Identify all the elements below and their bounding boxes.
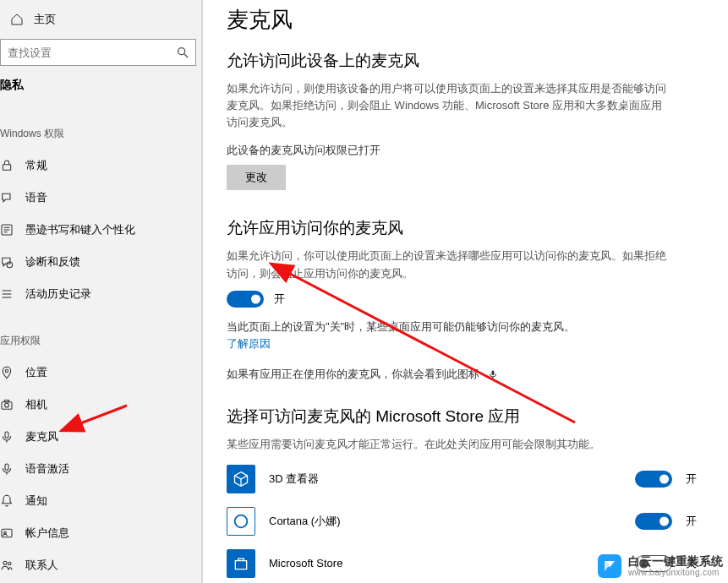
sidebar-item-label: 语音激活 xyxy=(25,461,69,477)
app-toggle-label: 开 xyxy=(686,471,704,487)
sidebar-item-label: 活动历史记录 xyxy=(25,286,91,302)
svg-point-13 xyxy=(5,403,9,407)
svg-rect-17 xyxy=(5,464,8,470)
sidebar-item-camera[interactable]: 相机 xyxy=(0,389,201,421)
sidebar-item-label: 墨迹书写和键入个性化 xyxy=(25,222,135,237)
app-name: 3D 查看器 xyxy=(269,471,421,487)
sidebar-item-label: 语音 xyxy=(25,190,47,205)
section-device-access-title: 允许访问此设备上的麦克风 xyxy=(227,50,704,72)
sidebar-item-speech[interactable]: 语音 xyxy=(0,182,201,214)
section-store-apps-body: 某些应用需要访问麦克风才能正常运行。在此处关闭应用可能会限制其功能。 xyxy=(227,436,666,453)
sidebar-item-label: 通知 xyxy=(25,493,47,509)
svg-line-1 xyxy=(184,54,188,57)
notif-icon xyxy=(0,494,14,508)
group-header-app-permissions: 应用权限 xyxy=(0,310,201,357)
diag-icon xyxy=(0,255,14,269)
learn-more-link[interactable]: 了解原因 xyxy=(227,336,704,351)
svg-point-21 xyxy=(3,561,7,564)
app-toggle-label: 开 xyxy=(686,514,704,529)
mic-icon xyxy=(0,430,14,444)
search-box[interactable] xyxy=(0,39,196,66)
group-header-windows-permissions: Windows 权限 xyxy=(0,103,201,150)
sidebar-item-voice-activation[interactable]: 语音激活 xyxy=(0,453,201,485)
ink-icon xyxy=(0,223,14,237)
svg-point-20 xyxy=(4,531,7,534)
speech-icon xyxy=(0,191,14,204)
mic-indicator-text: 如果有应用正在使用你的麦克风，你就会看到此图标 xyxy=(227,367,704,382)
sidebar-item-account-info[interactable]: 帐户信息 xyxy=(0,517,201,549)
search-icon xyxy=(176,46,189,59)
cube-icon xyxy=(227,465,255,493)
device-access-status: 此设备的麦克风访问权限已打开 xyxy=(227,143,704,158)
contacts-icon xyxy=(0,558,14,572)
cortana-icon xyxy=(227,507,255,536)
account-icon xyxy=(0,526,14,540)
svg-point-26 xyxy=(235,515,248,528)
section-store-apps-title: 选择可访问麦克风的 Microsoft Store 应用 xyxy=(227,406,704,428)
desktop-apps-note: 当此页面上的设置为"关"时，某些桌面应用可能仍能够访问你的麦克风。 xyxy=(227,319,704,335)
app-row-3d-viewer: 3D 查看器 开 xyxy=(227,458,704,500)
home-icon xyxy=(10,13,24,26)
svg-point-11 xyxy=(5,369,8,372)
voiceact-icon xyxy=(0,462,14,476)
app-name: Cortana (小娜) xyxy=(269,514,421,529)
sidebar-item-label: 诊断和反馈 xyxy=(25,254,80,270)
sidebar-item-label: 相机 xyxy=(25,397,47,412)
search-input[interactable] xyxy=(0,39,196,66)
svg-point-0 xyxy=(178,48,185,55)
store-icon xyxy=(227,549,255,578)
svg-rect-14 xyxy=(4,400,8,402)
app-toggle[interactable] xyxy=(635,513,672,530)
section-app-access-body: 如果允许访问，你可以使用此页面上的设置来选择哪些应用可以访问你的麦克风。如果拒绝… xyxy=(227,248,666,281)
history-icon xyxy=(0,287,14,301)
home-label: 主页 xyxy=(34,12,56,27)
watermark-title: 白云一键重装系统 xyxy=(628,555,723,568)
app-toggle[interactable] xyxy=(635,471,672,488)
camera-icon xyxy=(0,398,14,411)
svg-point-7 xyxy=(7,262,13,268)
main-content: 麦克风 允许访问此设备上的麦克风 如果允许访问，则使用该设备的用户将可以使用该页… xyxy=(203,0,728,583)
sidebar-item-label: 麦克风 xyxy=(25,429,58,444)
sidebar-item-activity-history[interactable]: 活动历史记录 xyxy=(0,278,201,310)
watermark-url: www.baiyunxitong.com xyxy=(628,568,723,577)
sidebar-item-label: 联系人 xyxy=(25,558,58,573)
svg-rect-15 xyxy=(5,432,8,438)
sidebar-item-ink[interactable]: 墨迹书写和键入个性化 xyxy=(0,214,201,246)
watermark: 白云一键重装系统 www.baiyunxitong.com xyxy=(598,554,723,578)
lock-icon xyxy=(0,159,14,172)
sidebar-item-contacts[interactable]: 联系人 xyxy=(0,549,201,581)
app-row-cortana: Cortana (小娜) 开 xyxy=(227,500,704,542)
sidebar-item-location[interactable]: 位置 xyxy=(0,357,201,389)
section-app-access-title: 允许应用访问你的麦克风 xyxy=(227,217,704,239)
sidebar-item-microphone[interactable]: 麦克风 xyxy=(0,421,201,453)
sidebar-item-notifications[interactable]: 通知 xyxy=(0,485,201,517)
section-device-access-body: 如果允许访问，则使用该设备的用户将可以使用该页面上的设置来选择其应用是否能够访问… xyxy=(227,80,666,131)
app-access-toggle[interactable] xyxy=(227,291,264,308)
sidebar-item-label: 常规 xyxy=(25,158,47,173)
svg-point-22 xyxy=(8,562,11,564)
app-name: Microsoft Store xyxy=(269,557,421,569)
location-icon xyxy=(0,366,14,379)
settings-sidebar: 主页 隐私 Windows 权限 常规 语音 xyxy=(0,0,203,583)
page-title: 麦克风 xyxy=(227,5,704,35)
sidebar-item-general[interactable]: 常规 xyxy=(0,150,201,182)
sidebar-item-label: 帐户信息 xyxy=(25,526,69,541)
mic-indicator-icon xyxy=(488,368,498,380)
home-nav[interactable]: 主页 xyxy=(0,5,201,39)
svg-rect-2 xyxy=(3,165,10,171)
app-access-toggle-label: 开 xyxy=(274,292,285,307)
svg-rect-23 xyxy=(491,371,494,376)
sidebar-item-diagnostics[interactable]: 诊断和反馈 xyxy=(0,246,201,278)
sidebar-item-label: 位置 xyxy=(25,365,47,380)
watermark-logo-icon xyxy=(598,554,621,578)
change-button[interactable]: 更改 xyxy=(227,165,286,190)
current-category: 隐私 xyxy=(0,66,201,103)
